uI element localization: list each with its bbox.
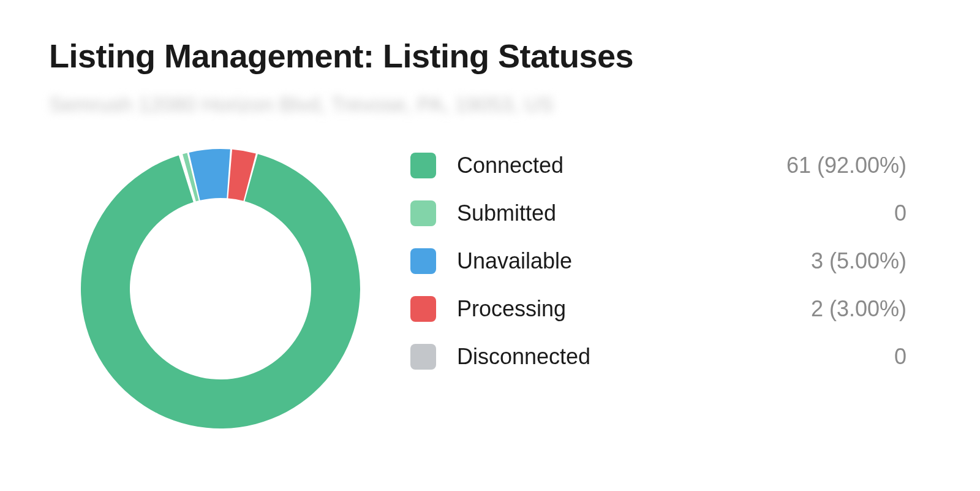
legend-label: Unavailable (457, 248, 796, 274)
legend-value: 61 (92.00%) (786, 153, 931, 178)
donut-chart-svg (80, 148, 361, 430)
chart-content-row: Connected 61 (92.00%) Submitted 0 Unavai… (49, 142, 931, 430)
legend-value: 0 (894, 344, 931, 370)
legend: Connected 61 (92.00%) Submitted 0 Unavai… (410, 142, 931, 381)
donut-chart (80, 148, 361, 430)
listing-statuses-card: Listing Management: Listing Statuses Sem… (0, 0, 980, 430)
swatch-connected-icon (410, 153, 436, 178)
legend-value: 3 (5.00%) (811, 248, 931, 274)
legend-label: Disconnected (457, 344, 880, 370)
swatch-disconnected-icon (410, 344, 436, 370)
swatch-unavailable-icon (410, 248, 436, 274)
legend-label: Submitted (457, 200, 880, 226)
legend-item-submitted[interactable]: Submitted 0 (410, 189, 931, 237)
legend-item-unavailable[interactable]: Unavailable 3 (5.00%) (410, 237, 931, 285)
legend-value: 2 (3.00%) (811, 296, 931, 322)
location-subtitle: Semrush 12080 Horizon Blvd, Trevose, PA,… (49, 92, 931, 117)
swatch-processing-icon (410, 296, 436, 322)
page-title: Listing Management: Listing Statuses (49, 37, 931, 75)
legend-value: 0 (894, 200, 931, 226)
legend-item-processing[interactable]: Processing 2 (3.00%) (410, 285, 931, 333)
legend-item-disconnected[interactable]: Disconnected 0 (410, 333, 931, 381)
swatch-submitted-icon (410, 200, 436, 226)
legend-label: Processing (457, 296, 796, 322)
legend-label: Connected (457, 153, 772, 178)
legend-item-connected[interactable]: Connected 61 (92.00%) (410, 142, 931, 189)
